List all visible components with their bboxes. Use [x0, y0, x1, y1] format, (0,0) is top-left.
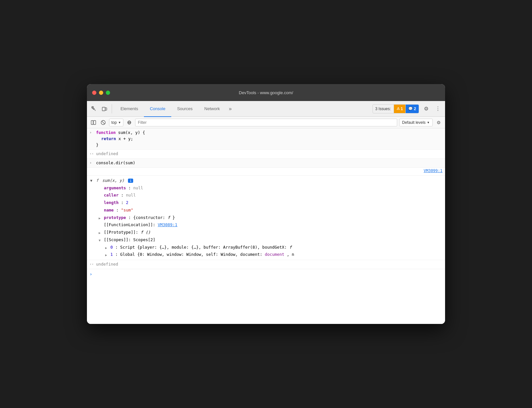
more-tabs-button[interactable]: »: [226, 104, 235, 113]
issues-badge-group[interactable]: 3 Issues: ⚠ 1 💬 2: [372, 104, 419, 113]
dropdown-arrow-icon: ▼: [118, 121, 121, 124]
close-button[interactable]: [92, 91, 96, 95]
function-object-entry: ▼ f sum(x, y) i arguments : null caller …: [87, 176, 445, 260]
messages-badge: 💬 2: [406, 105, 419, 113]
svg-rect-4: [93, 121, 96, 124]
filter-input[interactable]: [135, 119, 397, 126]
msg-icon: 💬: [408, 107, 413, 111]
console-prompt[interactable]: ›: [87, 269, 445, 273]
expand-prototype-icon[interactable]: ▶: [99, 216, 101, 221]
prop-arguments-row: arguments : null: [87, 184, 445, 192]
collapse-arrow-icon[interactable]: ▼: [90, 178, 92, 184]
vm3099-link[interactable]: VM3099:1: [424, 168, 442, 174]
more-options-button[interactable]: ⋮: [433, 104, 442, 113]
fn-type-label: f: [96, 178, 99, 183]
prop-name-row: name : "sum": [87, 207, 445, 214]
fn-signature: sum(x, y): [102, 178, 124, 183]
console-entry-undefined-2: ‹‹ undefined: [87, 260, 445, 269]
scope-1-row: ▶ 1 : Global {0: Window, window: Window,…: [87, 251, 445, 258]
undefined-value-2: undefined: [96, 262, 118, 267]
prop-prototype-row: ▶ prototype : {constructor: f }: [87, 214, 445, 222]
svg-rect-2: [105, 108, 107, 110]
devtools-window: DevTools - www.google.com/ Elements: [87, 84, 445, 324]
vm3089-link[interactable]: VM3089:1: [158, 222, 177, 227]
input-arrow-icon-2: ›: [90, 160, 92, 166]
issues-label: 3 Issues:: [373, 105, 394, 113]
toolbar-icons: [90, 104, 112, 113]
maximize-button[interactable]: [106, 91, 110, 95]
clear-console-button[interactable]: [99, 119, 107, 126]
console-body: › function sum(x, y) { return x + y; } ‹…: [87, 128, 445, 324]
svg-rect-3: [91, 121, 93, 124]
window-title: DevTools - www.google.com/: [239, 90, 293, 95]
levels-arrow-icon: ▼: [427, 121, 430, 124]
live-expressions-button[interactable]: [125, 119, 133, 126]
minimize-button[interactable]: [99, 91, 103, 95]
title-bar: DevTools - www.google.com/: [87, 84, 445, 101]
toolbar-right: 3 Issues: ⚠ 1 💬 2 ⚙ ⋮: [372, 104, 442, 113]
console-settings-button[interactable]: ⚙: [435, 119, 442, 126]
fn-info-badge[interactable]: i: [128, 179, 133, 183]
tabs: Elements Console Sources Network »: [115, 101, 372, 117]
context-selector[interactable]: top ▼: [109, 119, 123, 126]
expand-scope1-icon[interactable]: ▶: [105, 253, 107, 257]
console-toolbar: top ▼ Default levels ▼ ⚙: [87, 117, 445, 128]
console-dir-code: console.dir(sum): [96, 160, 135, 165]
console-entry-undefined-1: ‹‹ undefined: [87, 150, 445, 159]
traffic-lights: [92, 91, 110, 95]
function-code: function sum(x, y) { return x + y; }: [96, 130, 442, 148]
vm-link-entry: VM3099:1: [87, 168, 445, 176]
prop-prototype2-row: ▶ [[Prototype]]: f (): [87, 229, 445, 236]
warn-icon: ⚠: [397, 107, 400, 111]
prop-length-row: length : 2: [87, 199, 445, 207]
warnings-badge: ⚠ 1: [394, 105, 406, 113]
inspect-icon[interactable]: [90, 104, 99, 113]
undefined-value-1: undefined: [96, 151, 118, 156]
console-entry-dir-input: › console.dir(sum): [87, 159, 445, 168]
tab-network[interactable]: Network: [199, 101, 226, 117]
sidebar-toggle-button[interactable]: [90, 119, 97, 126]
fn-header-row: ▼ f sum(x, y) i: [87, 177, 445, 184]
svg-line-6: [102, 121, 105, 124]
collapse-scopes-icon[interactable]: ▼: [99, 238, 101, 243]
prop-caller-row: caller : null: [87, 192, 445, 199]
tab-sources[interactable]: Sources: [171, 101, 199, 117]
device-mode-icon[interactable]: [100, 104, 109, 113]
tab-console[interactable]: Console: [144, 101, 171, 117]
output-arrow-icon: ‹‹: [90, 151, 94, 157]
prop-function-location-row: [[FunctionLocation]]: VM3089:1: [87, 221, 445, 229]
prop-scopes-row: ▼ [[Scopes]]: Scopes[2]: [87, 236, 445, 244]
expand-proto-icon[interactable]: ▶: [99, 230, 101, 235]
prompt-arrow-icon: ›: [90, 271, 92, 278]
main-toolbar: Elements Console Sources Network » 3 Iss…: [87, 101, 445, 117]
warnings-count: 1: [401, 107, 403, 111]
tab-elements[interactable]: Elements: [115, 101, 144, 117]
output-arrow-icon-2: ‹‹: [90, 262, 94, 267]
expand-scope0-icon[interactable]: ▶: [105, 245, 107, 250]
settings-button[interactable]: ⚙: [422, 104, 431, 113]
messages-count: 2: [414, 107, 416, 111]
console-entry-function-input: › function sum(x, y) { return x + y; }: [87, 128, 445, 150]
svg-rect-1: [102, 107, 105, 111]
input-arrow-icon: ›: [90, 130, 92, 136]
scope-0-row: ▶ 0 : Script {player: {…}, module: {…}, …: [87, 244, 445, 251]
log-levels-dropdown[interactable]: Default levels ▼: [399, 119, 433, 126]
